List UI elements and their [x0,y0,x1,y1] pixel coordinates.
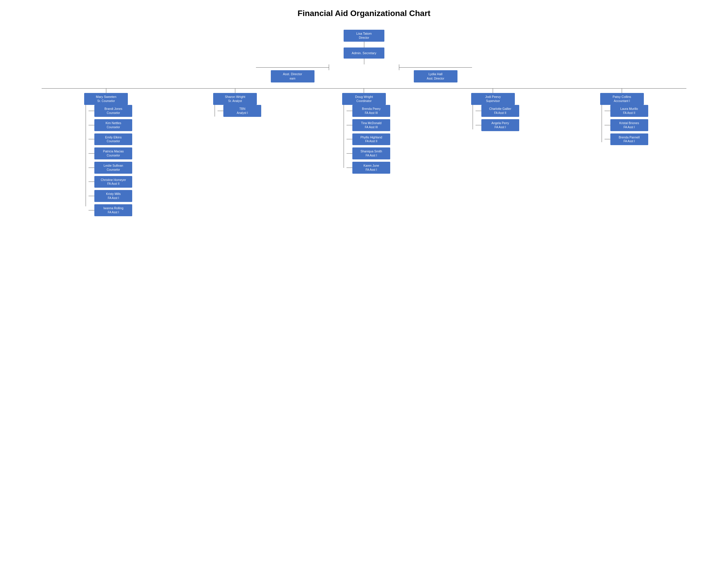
list-item-row: Kristal BrionesFA Asst I [605,119,648,131]
patsy-items: Laura MurilloFA Asst IIKristal BrionesFA… [605,105,648,147]
node-sharon-wright: Sharon Wright Sr. Analyst [213,93,257,105]
child-title: FA Asst I [623,139,635,143]
child-title: FA Asst II [107,182,120,186]
node-patsy-collins: Patsy Collins Accountant I [600,93,644,105]
h-connector-short [89,196,94,196]
h-connector-short [476,111,481,111]
asst-director-left-branch: Asst. Director eam [256,64,329,82]
child-name: Shaniqua Smith [361,149,382,153]
list-item-row: Kristy MillsFA Asst I [89,190,132,202]
patsy-spine-line [602,105,602,142]
h-line-left [256,67,329,68]
level2-row: Asst. Director eam Lydia Hall Asst. Dire… [6,64,722,82]
node-lydia-hall: Lydia Hall Asst. Director [414,70,457,82]
patsy-spine [599,105,605,147]
list-item-row: Brenda PeeryFA Asst III [347,105,390,117]
lydia-hall-title: Asst. Director [427,77,444,81]
list-item-row: Kim NettlesCounselor [89,119,132,131]
list-item: Charlotte GallierFA Asst II [481,105,519,117]
sharon-items: TBNAnalyst I [218,105,261,119]
list-item: Phyllis HighlandFA Asst II [352,133,390,145]
list-item-row: Leslie SullivanCounselor [89,162,132,174]
list-item: Kim NettlesCounselor [94,119,132,131]
h-line-right [399,67,472,68]
child-name: Charlotte Gallier [489,107,511,111]
doug-wright-name: Doug Wright [355,95,373,99]
child-name: Leslie Sullivan [104,163,123,168]
list-item: Leslie SullivanCounselor [94,162,132,174]
h-connector-short [89,125,94,125]
root-node: Lisa Tatom Director [344,30,384,47]
h-connector-short [347,111,352,111]
h-connector-short [89,167,94,168]
doug-spine [341,105,347,176]
child-title: FA Asst II [494,111,506,115]
node-admin-secretary: Admin. Secretary [344,47,384,59]
jodi-peevy-col: Jodi Peevy Supervisor Charlotte GallierF… [467,89,519,133]
h-connector-short [347,167,352,168]
admin-secretary-name: Admin. Secretary [352,51,376,55]
level2-right-connector [399,64,472,70]
list-item-row: Brenda PannellFA Asst I [605,133,648,145]
lisa-tatom-title: Director [359,36,369,40]
patsy-children-container: Laura MurilloFA Asst IIKristal BrionesFA… [596,105,648,147]
child-title: Counselor [107,168,120,172]
child-name: Kristy Mills [106,192,121,196]
child-title: FA Asst II [623,111,635,115]
node-asst-director-left: Asst. Director eam [271,70,314,82]
list-item-row: Angela PerryFA Asst I [476,119,519,131]
h-connector-short [89,111,94,111]
child-name: Tina McDonald [361,121,381,125]
list-item-row: TBNAnalyst I [218,105,261,117]
child-title: Counselor [107,153,120,158]
child-title: Counselor [107,139,120,143]
v-line-left [329,64,329,70]
child-title: FA Asst I [108,196,119,200]
mary-spine-line [86,105,86,206]
org-chart: Lisa Tatom Director Admin. Secretary [6,30,722,218]
list-item-row: Tina McDonaldFA Asst III [347,119,390,131]
list-item-row: Charlotte GallierFA Asst II [476,105,519,117]
list-item: Brenda PannellFA Asst I [610,133,648,145]
list-item-row: Christine HomeyerFA Asst II [89,176,132,188]
child-name: Brandi Jones [105,107,122,111]
list-item: Emily ElkinsCounselor [94,133,132,145]
child-title: Counselor [107,111,120,115]
child-title: FA Asst I [108,210,119,214]
child-name: Christine Homeyer [101,178,126,182]
list-item: Brandi JonesCounselor [94,105,132,117]
drop-jodi [493,89,493,93]
child-name: Brenda Peery [362,107,381,111]
child-title: FA Asst I [623,125,635,129]
list-item: Brenda PeeryFA Asst III [352,105,390,117]
list-item: Laura MurilloFA Asst II [610,105,648,117]
list-item: Shaniqua SmithFA Asst I [352,147,390,159]
child-name: Kristal Briones [619,121,639,125]
connector-root-admin [364,42,364,47]
list-item: Angela PerryFA Asst I [481,119,519,131]
list-item-row: Phyllis HighlandFA Asst II [347,133,390,145]
list-item-row: Brandi JonesCounselor [89,105,132,117]
patsy-collins-col: Patsy Collins Accountant I Laura Murillo… [596,89,648,147]
list-item-row: Patricia MaciasCounselor [89,147,132,159]
jodi-peevy-name: Jodi Peevy [485,95,501,99]
mary-spine [83,105,89,218]
node-jodi-peevy: Jodi Peevy Supervisor [471,93,515,105]
child-title: FA Asst I [366,153,377,158]
child-name: Phyllis Highland [361,135,382,140]
child-name: Patricia Macias [103,149,124,153]
child-name: Angela Perry [491,121,509,125]
child-title: Analyst I [237,111,248,115]
doug-items: Brenda PeeryFA Asst IIITina McDonaldFA A… [347,105,390,176]
child-name: Emily Elkins [105,135,122,140]
doug-wright-title: Coordinator [356,99,372,103]
child-name: Karen June [363,163,379,168]
h-connector-short [89,181,94,182]
level3-nodes-row: Mary Sweeten Sr. Counselor Brandi JonesC… [42,89,686,218]
child-title: FA Asst III [365,111,378,115]
child-name: Iwanna Rolling [103,206,123,210]
jodi-spine [470,105,476,133]
asst-director-left-name: Asst. Director [283,72,302,76]
child-name: Laura Murillo [620,107,638,111]
child-title: FA Asst I [494,125,506,129]
